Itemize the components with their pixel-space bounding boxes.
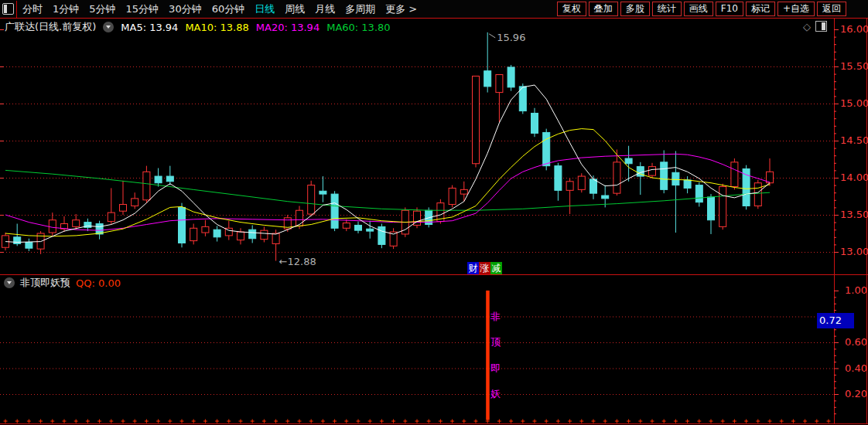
bottom-axis-tick	[50, 420, 54, 423]
signal-text-char-1: 非	[490, 310, 501, 324]
bottom-axis-tick	[579, 420, 583, 423]
indicator-value: QQ: 0.00	[76, 277, 121, 289]
candle-down	[543, 132, 550, 165]
bottom-axis-tick	[815, 420, 818, 423]
bottom-axis-tick	[474, 420, 478, 423]
chevron-down-icon[interactable]	[103, 22, 114, 32]
sub-y-axis-label: 0.60	[845, 336, 867, 348]
candle-up	[296, 210, 303, 226]
bottom-axis-tick	[321, 420, 325, 423]
bottom-axis-tick	[533, 420, 537, 423]
overlay-button[interactable]: 叠加	[589, 2, 618, 16]
bottom-axis-tick	[521, 420, 525, 423]
tab-1min[interactable]: 1分钟	[53, 2, 79, 16]
bottom-axis-tick	[309, 420, 313, 423]
tab-daily[interactable]: 日线	[255, 2, 275, 16]
chart-canvas[interactable]: 16.0015.5015.0014.5014.0013.5013.001.000…	[0, 0, 868, 425]
back-button[interactable]: 返回	[817, 2, 846, 16]
multi-stock-button[interactable]: 多股	[620, 2, 650, 16]
bottom-axis-tick	[251, 420, 255, 423]
diamond-icon[interactable]: ◇	[803, 22, 811, 32]
add-watchlist-button[interactable]: +自选	[777, 2, 815, 16]
tab-monthly[interactable]: 月线	[315, 2, 335, 16]
bottom-axis-tick	[145, 420, 149, 423]
candle-up	[613, 162, 620, 193]
bottom-axis-tick	[403, 420, 407, 423]
top-menubar: 分时 1分钟 5分钟 15分钟 30分钟 60分钟 日线 周线 月线 多周期 更…	[0, 0, 868, 18]
candle-up	[190, 228, 197, 240]
bottom-axis-tick	[192, 420, 196, 423]
tab-5min[interactable]: 5分钟	[89, 2, 115, 16]
bottom-axis-tick	[674, 420, 678, 423]
bottom-axis-tick	[592, 420, 596, 423]
y-axis-label: 14.00	[840, 172, 868, 183]
tab-timeshare[interactable]: 分时	[22, 2, 43, 16]
tab-more[interactable]: 更多 >	[385, 2, 417, 16]
sub-y-axis-label: 1.00	[845, 284, 867, 296]
tab-60min[interactable]: 60分钟	[212, 2, 245, 16]
statistics-button[interactable]: 统计	[652, 2, 682, 16]
badge-cai: 财	[467, 262, 479, 274]
adjust-price-button[interactable]: 复权	[557, 2, 586, 16]
candle-down	[14, 237, 21, 244]
bottom-axis-tick	[156, 420, 160, 423]
window-layout-icon[interactable]	[2, 3, 14, 15]
tab-multi-period[interactable]: 多周期	[345, 2, 375, 16]
bottom-axis-tick	[180, 420, 184, 423]
candle-up	[308, 185, 315, 214]
bottom-axis-tick	[450, 420, 454, 423]
candle-down	[26, 243, 32, 249]
high-annotation-label: 15.96	[497, 32, 525, 43]
main-chart-info-row: 广联达(日线.前复权) MA5: 13.94 MA10: 13.88 MA20:…	[5, 20, 391, 34]
ma20-line	[5, 154, 770, 230]
tab-weekly[interactable]: 周线	[285, 2, 305, 16]
candle-down	[484, 71, 491, 87]
signal-text-char-3: 即	[490, 362, 501, 376]
draw-line-button[interactable]: 画线	[684, 2, 713, 16]
pane-split-icon[interactable]	[815, 21, 827, 32]
bottom-axis-tick	[709, 420, 713, 423]
bottom-axis-tick	[133, 420, 137, 423]
candle-up	[496, 75, 503, 93]
tab-15min[interactable]: 15分钟	[126, 2, 159, 16]
bottom-axis-tick	[662, 420, 666, 423]
bottom-axis-tick	[391, 420, 395, 423]
bottom-axis-tick	[439, 420, 443, 423]
mark-button[interactable]: 标记	[746, 2, 775, 16]
tab-30min[interactable]: 30分钟	[169, 2, 202, 16]
candle-up	[343, 223, 350, 229]
candle-up	[261, 230, 268, 240]
bottom-axis-tick	[97, 420, 101, 423]
f10-button[interactable]: F10	[716, 2, 743, 16]
ma5-value: MA5: 13.94	[121, 22, 178, 33]
bottom-axis-tick	[262, 420, 266, 423]
y-axis-label: 13.50	[840, 209, 868, 220]
candle-up	[108, 212, 114, 222]
period-tabs: 分时 1分钟 5分钟 15分钟 30分钟 60分钟 日线 周线 月线 多周期 更…	[22, 2, 417, 16]
candle-down	[625, 158, 632, 164]
bottom-axis-tick	[768, 420, 772, 423]
bottom-axis-tick	[333, 420, 337, 423]
bottom-axis-tick	[462, 420, 466, 423]
candle-up	[202, 226, 209, 233]
bottom-axis-tick	[63, 420, 67, 423]
bottom-axis-tick	[15, 420, 19, 423]
bottom-axis-tick	[556, 420, 560, 423]
bottom-axis-tick	[74, 420, 78, 423]
bottom-axis-tick	[274, 420, 278, 423]
signal-bar	[486, 291, 490, 420]
ma10-value: MA10: 13.88	[185, 22, 248, 33]
candle-down	[661, 162, 668, 190]
y-axis-label: 13.00	[840, 246, 868, 257]
candle-down	[684, 180, 691, 189]
bottom-axis-tick	[239, 420, 243, 423]
candle-down	[155, 176, 162, 183]
bottom-axis-tick	[545, 420, 548, 423]
bottom-axis-tick	[344, 420, 348, 423]
indicator-chevron-down-icon[interactable]	[4, 277, 15, 288]
candle-down	[179, 207, 186, 243]
candle-down	[555, 166, 562, 191]
candle-up	[719, 187, 726, 227]
bottom-axis-tick	[203, 420, 207, 423]
sub-y-axis-label: 0.40	[845, 362, 867, 374]
